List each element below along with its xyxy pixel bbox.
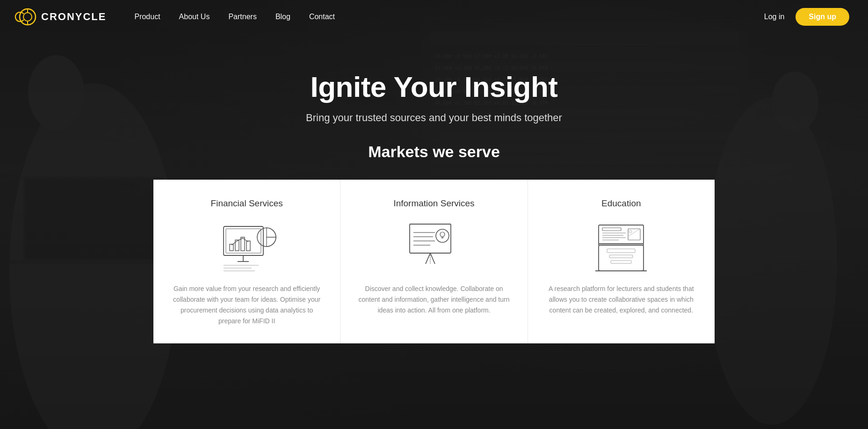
card-financial-services: Financial Services <box>153 180 340 343</box>
hero-title: Ignite Your Insight <box>311 70 558 103</box>
svg-rect-61 <box>602 228 621 231</box>
svg-rect-32 <box>226 229 261 253</box>
education-icon <box>588 218 654 274</box>
svg-rect-69 <box>607 249 635 253</box>
card-desc-financial: Gain more value from your research and e… <box>170 284 323 327</box>
nav-about-us[interactable]: About Us <box>179 13 210 21</box>
nav-product[interactable]: Product <box>134 13 160 21</box>
nav-blog[interactable]: Blog <box>275 13 290 21</box>
hero-section: 24,980 +0.800 57,000 +1.80 84,000 -0.540… <box>0 0 868 429</box>
svg-point-68 <box>629 230 632 233</box>
card-desc-education: A research platform for lecturers and st… <box>545 284 698 316</box>
svg-rect-43 <box>410 224 451 253</box>
svg-point-49 <box>440 232 445 237</box>
svg-line-53 <box>430 253 435 264</box>
information-services-icon <box>401 218 467 274</box>
svg-point-1 <box>23 13 32 21</box>
nav-partners[interactable]: Partners <box>228 13 256 21</box>
svg-line-52 <box>426 253 430 264</box>
signup-button[interactable]: Sign up <box>796 8 849 26</box>
navbar: CRONYCLE Product About Us Partners Blog … <box>0 0 868 34</box>
svg-rect-31 <box>224 226 263 255</box>
nav-actions: Log in Sign up <box>764 8 849 26</box>
card-education: Education <box>528 180 715 343</box>
brand-name: CRONYCLE <box>41 11 106 23</box>
card-title-financial: Financial Services <box>211 198 283 209</box>
svg-rect-70 <box>609 255 633 258</box>
financial-services-icon <box>214 218 280 274</box>
card-title-education: Education <box>601 198 641 209</box>
cronycle-logo-icon <box>19 8 36 26</box>
logo[interactable]: CRONYCLE <box>19 8 106 26</box>
svg-rect-71 <box>611 261 631 263</box>
svg-point-48 <box>436 229 449 242</box>
login-link[interactable]: Log in <box>764 13 785 21</box>
card-information-services: Information Services <box>340 180 528 343</box>
svg-rect-38 <box>246 241 250 251</box>
card-desc-information: Discover and collect knowledge. Collabor… <box>357 284 510 316</box>
nav-contact[interactable]: Contact <box>309 13 335 21</box>
hero-content: Ignite Your Insight Bring your trusted s… <box>0 0 868 429</box>
svg-rect-35 <box>230 244 233 251</box>
hero-subtitle: Bring your trusted sources and your best… <box>306 112 562 124</box>
markets-title: Markets we serve <box>368 143 500 161</box>
svg-line-67 <box>628 229 640 236</box>
card-title-information: Information Services <box>393 198 474 209</box>
nav-links: Product About Us Partners Blog Contact <box>134 13 764 21</box>
cards-container: Financial Services <box>153 180 715 343</box>
